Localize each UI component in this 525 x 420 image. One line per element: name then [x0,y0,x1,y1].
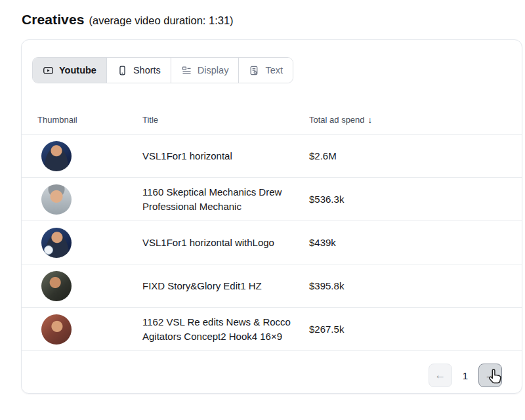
arrow-left-icon: ← [434,369,446,382]
table-row[interactable]: 1160 Skeptical Mechanics Drew Profession… [22,178,522,221]
creative-title: VSL1For1 horizontal [142,149,309,163]
table-row[interactable]: FIXD Story&Glory Edit1 HZ $395.8k [22,264,522,308]
creative-title: FIXD Story&Glory Edit1 HZ [142,279,309,293]
creative-title: 1162 VSL Re edits News & Rocco Agitators… [142,315,309,344]
table-row[interactable]: 1162 VSL Re edits News & Rocco Agitators… [22,308,522,351]
tab-label: Youtube [59,65,96,75]
thumbnail-avatar[interactable] [41,184,72,215]
sort-desc-icon: ↓ [368,115,373,125]
tab-display[interactable]: Display [171,58,239,83]
tab-youtube[interactable]: Youtube [33,58,106,83]
tab-shorts[interactable]: Shorts [106,58,171,83]
thumbnail-avatar[interactable] [41,141,72,171]
creative-spend: $267.5k [309,324,522,335]
column-header-thumbnail: Thumbnail [22,115,142,125]
prev-page-button[interactable]: ← [429,364,452,387]
creative-type-tabs: Youtube Shorts Display [32,57,293,83]
creative-spend: $439k [309,237,522,248]
table-body: VSL1For1 horizontal $2.6M 1160 Skeptical… [22,135,522,351]
creative-title: 1160 Skeptical Mechanics Drew Profession… [142,185,309,214]
table-row[interactable]: VSL1For1 horizontal $2.6M [22,135,522,178]
display-icon [181,65,192,76]
thumbnail-avatar[interactable] [41,228,72,258]
thumbnail-avatar[interactable] [41,271,72,301]
table-header: Thumbnail Title Total ad spend↓ [22,106,522,135]
creative-title: VSL1For1 horizontal withLogo [142,236,309,250]
creative-spend: $2.6M [309,150,522,161]
shorts-icon [117,65,128,76]
page-subtitle: (average video duration: 1:31) [89,14,233,27]
column-header-title[interactable]: Title [142,115,309,125]
tab-label: Display [198,65,229,75]
page-title: Creatives [22,12,84,28]
text-icon [249,65,260,76]
tab-label: Shorts [133,65,161,75]
next-page-button[interactable]: → [478,364,502,387]
arrow-right-icon: → [485,369,496,382]
tab-label: Text [265,65,283,75]
creatives-card: Youtube Shorts Display [21,39,522,394]
tab-text[interactable]: Text [238,58,293,83]
pagination: ← 1 → [22,358,522,393]
youtube-icon [43,65,54,76]
creative-spend: $395.8k [309,280,522,291]
creative-spend: $536.3k [309,194,522,205]
column-header-total-ad-spend[interactable]: Total ad spend↓ [309,115,522,125]
table-row[interactable]: VSL1For1 horizontal withLogo $439k [22,221,522,264]
thumbnail-avatar[interactable] [41,314,72,345]
current-page-number: 1 [463,370,468,381]
page-header: Creatives (average video duration: 1:31) [0,0,525,28]
